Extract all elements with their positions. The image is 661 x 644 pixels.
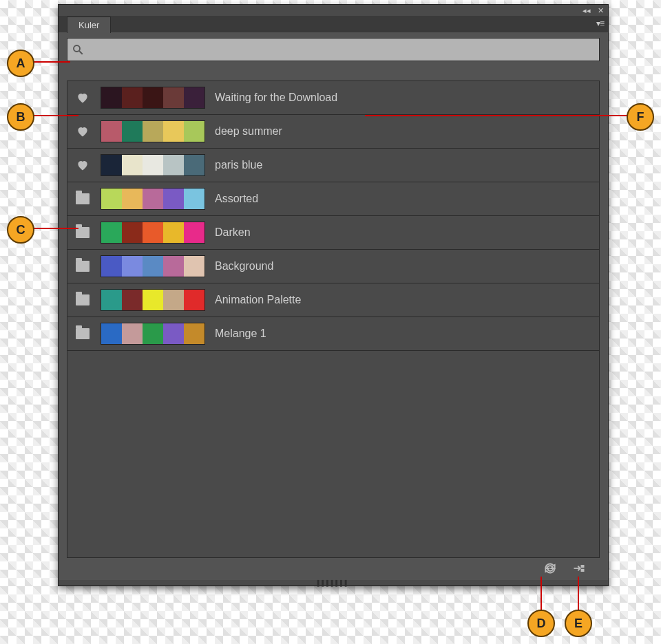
theme-name: paris blue xyxy=(215,159,262,171)
callout-E: E xyxy=(565,610,592,637)
swatch xyxy=(184,290,204,310)
theme-name: deep summer xyxy=(215,125,282,138)
theme-name: Melange 1 xyxy=(215,328,266,340)
panel-footer xyxy=(67,558,600,579)
swatch xyxy=(163,87,184,108)
panel-menu-icon[interactable]: ▾≡ xyxy=(596,19,604,28)
swatch xyxy=(184,121,204,142)
callout-B: B xyxy=(7,103,34,131)
folder-icon xyxy=(74,328,91,339)
swatch xyxy=(184,323,204,344)
swatch xyxy=(122,155,143,175)
swatch xyxy=(101,290,122,310)
swatch xyxy=(101,155,122,175)
theme-name: Assorted xyxy=(215,193,258,205)
swatch xyxy=(184,222,204,243)
theme-row[interactable]: Background xyxy=(67,250,599,283)
theme-swatches xyxy=(101,188,205,210)
theme-name: Waiting for the Download xyxy=(215,92,337,104)
folder-icon xyxy=(74,294,91,305)
callout-A: A xyxy=(7,50,34,77)
search-icon xyxy=(72,43,84,56)
tab-kuler[interactable]: Kuler xyxy=(67,17,111,33)
swatch xyxy=(163,256,184,277)
theme-name: Darken xyxy=(215,226,251,239)
collapse-icon[interactable]: ◂◂ xyxy=(583,7,591,14)
close-icon[interactable]: ✕ xyxy=(598,7,604,14)
refresh-icon[interactable] xyxy=(543,561,557,575)
heart-icon xyxy=(74,125,91,138)
heart-icon xyxy=(74,158,91,172)
theme-list: Waiting for the Downloaddeep summerparis… xyxy=(67,80,600,558)
add-to-swatches-icon[interactable] xyxy=(572,561,586,575)
swatch xyxy=(101,256,122,277)
resize-grip[interactable]: ▌▌▌▌▌▌▌ xyxy=(59,580,608,586)
swatch xyxy=(122,189,143,209)
svg-rect-3 xyxy=(581,569,585,572)
panel-body: Waiting for the Downloaddeep summerparis… xyxy=(67,38,600,579)
heart-icon xyxy=(74,91,91,105)
callout-D: D xyxy=(527,610,555,637)
svg-line-1 xyxy=(79,51,83,54)
swatch xyxy=(122,290,143,310)
svg-point-0 xyxy=(74,45,80,52)
swatch xyxy=(143,290,163,310)
theme-swatches xyxy=(101,289,205,311)
swatch xyxy=(143,87,163,108)
theme-row[interactable]: Waiting for the Download xyxy=(67,81,599,115)
list-empty-area xyxy=(67,351,599,557)
swatch xyxy=(122,121,143,142)
swatch xyxy=(101,189,122,209)
search-bar[interactable] xyxy=(67,38,600,61)
swatch xyxy=(143,323,163,344)
theme-row[interactable]: paris blue xyxy=(67,149,599,182)
panel-tabrow: Kuler ▾≡ xyxy=(59,16,608,32)
swatch xyxy=(163,155,184,175)
swatch xyxy=(143,155,163,175)
swatch xyxy=(163,222,184,243)
theme-swatches xyxy=(101,120,205,142)
swatch xyxy=(163,290,184,310)
folder-icon xyxy=(74,193,91,204)
theme-swatches xyxy=(101,323,205,345)
swatch xyxy=(143,256,163,277)
theme-row[interactable]: Animation Palette xyxy=(67,283,599,317)
theme-swatches xyxy=(101,154,205,176)
folder-icon xyxy=(74,261,91,272)
swatch xyxy=(143,189,163,209)
svg-rect-2 xyxy=(581,565,585,568)
callout-C: C xyxy=(7,216,34,244)
theme-name: Animation Palette xyxy=(215,294,301,306)
theme-name: Background xyxy=(215,260,273,272)
swatch xyxy=(101,222,122,243)
swatch xyxy=(101,121,122,142)
theme-row[interactable]: Darken xyxy=(67,216,599,250)
swatch xyxy=(122,87,143,108)
swatch xyxy=(163,323,184,344)
theme-row[interactable]: deep summer xyxy=(67,115,599,149)
swatch xyxy=(163,121,184,142)
swatch xyxy=(184,189,204,209)
swatch xyxy=(101,323,122,344)
swatch xyxy=(143,121,163,142)
swatch xyxy=(184,256,204,277)
callout-F: F xyxy=(627,103,654,131)
theme-row[interactable]: Melange 1 xyxy=(67,317,599,351)
theme-swatches xyxy=(101,255,205,277)
swatch xyxy=(122,222,143,243)
swatch xyxy=(184,87,204,108)
swatch xyxy=(101,87,122,108)
panel-titlebar: ◂◂ ✕ xyxy=(59,5,608,16)
swatch xyxy=(122,256,143,277)
theme-swatches xyxy=(101,87,205,109)
swatch xyxy=(184,155,204,175)
swatch xyxy=(122,323,143,344)
theme-row[interactable]: Assorted xyxy=(67,182,599,216)
swatch xyxy=(143,222,163,243)
swatch xyxy=(163,189,184,209)
kuler-panel: ◂◂ ✕ Kuler ▾≡ Waiting for the Downloadde… xyxy=(58,4,609,586)
search-input[interactable] xyxy=(87,43,595,56)
theme-swatches xyxy=(101,222,205,244)
